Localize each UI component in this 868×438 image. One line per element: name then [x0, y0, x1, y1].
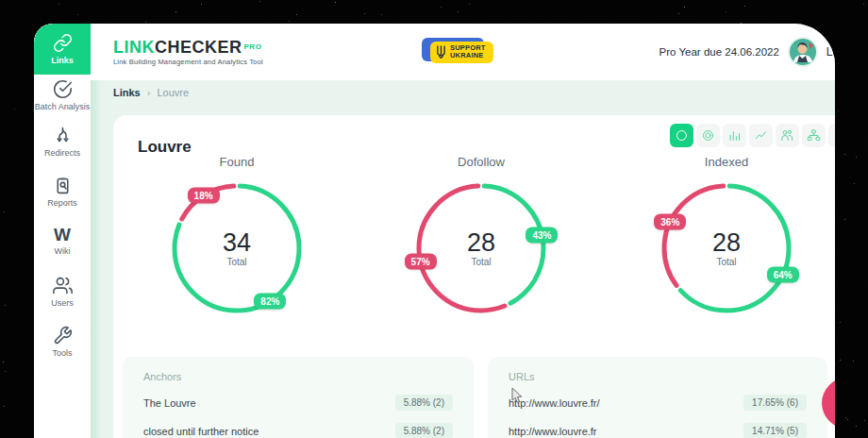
anchors-panel: Anchors The Louvre 5.88% (2) closed unti…	[123, 357, 474, 438]
chart-column-found: Found 34 Total 82%18%	[133, 155, 341, 319]
sidebar-item-label: Tools	[52, 348, 72, 358]
trident-icon	[436, 45, 446, 59]
url-percent-badge: 17.65% (6)	[743, 395, 807, 411]
sidebar-item-label: Users	[51, 298, 74, 308]
users-icon	[53, 276, 73, 295]
chart-column-indexed: Indexed 28 Total 64%36%	[623, 155, 830, 319]
sidebar-item-users[interactable]: Users	[34, 266, 91, 316]
app-window: Links Batch Analysis Redirects Reports W…	[34, 24, 835, 438]
support-ukraine-line2: UKRAINE	[450, 52, 486, 60]
content-area: Links › Louvre Louvre	[91, 80, 835, 438]
user-avatar[interactable]	[788, 37, 818, 67]
sitemap-view-button[interactable]	[802, 124, 826, 147]
top-header: LINKCHECKERPRO Link Building Management …	[91, 24, 835, 80]
sidebar-item-label: Reports	[47, 198, 77, 208]
extra-clipped-icon	[833, 128, 835, 143]
logo-subtitle: Link Building Management and Analytics T…	[113, 58, 359, 66]
segment-badge-found: 82%	[254, 293, 286, 309]
segment-badge-not-indexed: 36%	[654, 213, 686, 229]
donut-center: 28 Total	[410, 177, 552, 319]
main-column: LINKCHECKERPRO Link Building Management …	[91, 24, 835, 438]
donut-chart-indexed[interactable]: 28 Total 64%36%	[656, 177, 797, 319]
sidebar-item-label: Wiki	[55, 246, 71, 256]
total-value: 28	[712, 229, 741, 256]
plan-status: Pro Year due 24.06.2022	[659, 46, 779, 58]
segment-badge-indexed: 64%	[767, 267, 799, 283]
anchor-row[interactable]: closed until further notice 5.88% (2)	[143, 423, 453, 438]
link-icon	[53, 33, 73, 53]
ring-chart-view-button[interactable]	[696, 124, 720, 147]
sidebar-item-reports[interactable]: Reports	[34, 166, 91, 216]
sidebar-item-batch-analysis[interactable]: Batch Analysis	[34, 75, 91, 116]
sidebar-item-wiki[interactable]: W Wiki	[34, 216, 91, 266]
anchor-label: The Louvre	[143, 397, 196, 409]
breadcrumb-links[interactable]: Links	[113, 87, 141, 98]
sidebar-item-label: Batch Analysis	[35, 102, 91, 111]
breadcrumb-current: Louvre	[157, 87, 189, 98]
chart-view-toolbar	[670, 124, 835, 147]
total-label: Total	[226, 257, 246, 267]
sidebar-item-label: Links	[51, 56, 74, 65]
breadcrumb-separator: ›	[147, 87, 151, 98]
check-circle-icon	[53, 79, 73, 99]
header-right: Pro Year due 24.06.2022 LB Team L	[659, 37, 835, 67]
donut-chart-view-button[interactable]	[670, 124, 693, 147]
anchor-row[interactable]: The Louvre 5.88% (2)	[143, 395, 453, 411]
total-value: 28	[467, 229, 495, 256]
breadcrumb: Links › Louvre	[113, 87, 189, 98]
screenshot-stage: Links Batch Analysis Redirects Reports W…	[0, 0, 868, 438]
logo-part-checker: CHECKER	[155, 38, 242, 57]
sidebar-item-tools[interactable]: Tools	[34, 316, 91, 366]
total-label: Total	[471, 257, 491, 267]
logo-part-link: LINK	[113, 38, 155, 57]
anchor-percent-badge: 5.88% (2)	[395, 395, 453, 411]
donut-chart-dofollow[interactable]: 28 Total 43%57%	[410, 177, 552, 319]
wrench-icon	[53, 326, 73, 345]
url-row[interactable]: http://www.louvre.fr/ 17.65% (6)	[509, 395, 807, 411]
sidebar-item-redirects[interactable]: Redirects	[34, 116, 91, 166]
app-logo[interactable]: LINKCHECKERPRO Link Building Management …	[113, 39, 359, 66]
chart-column-dofollow: Dofollow 28 Total 43%57%	[377, 155, 585, 319]
anchors-title: Anchors	[143, 371, 453, 382]
chart-title: Indexed	[623, 155, 830, 169]
sidebar-item-links[interactable]: Links	[34, 24, 91, 75]
support-ukraine-button[interactable]: SUPPORT UKRAINE	[430, 42, 493, 63]
extra-view-button[interactable]	[828, 124, 835, 147]
url-percent-badge: 14.71% (5)	[743, 423, 807, 438]
sitemap-icon	[807, 128, 821, 143]
url-label: http://www.louvre.fr	[509, 426, 597, 437]
url-row[interactable]: http://www.louvre.fr 14.71% (5)	[509, 423, 807, 438]
total-label: Total	[716, 257, 736, 267]
sidebar-item-label: Redirects	[44, 148, 80, 158]
segment-badge-nofollow: 57%	[405, 254, 437, 270]
anchor-label: closed until further notice	[143, 426, 259, 437]
segment-badge-not-found: 18%	[188, 188, 220, 204]
donut-chart-found[interactable]: 34 Total 82%18%	[166, 177, 308, 319]
chart-title: Dofollow	[377, 155, 585, 169]
dashboard-card: Louvre	[113, 115, 835, 438]
bar-chart-view-button[interactable]	[723, 124, 746, 147]
donut-center: 28 Total	[656, 177, 797, 319]
people-stats-icon	[780, 128, 794, 143]
redirect-arrows-icon	[53, 126, 73, 145]
urls-panel: URLs http://www.louvre.fr/ 17.65% (6) ht…	[488, 357, 827, 438]
ring-chart-icon	[701, 128, 715, 143]
people-stats-view-button[interactable]	[776, 124, 799, 147]
url-label: http://www.louvre.fr/	[509, 397, 600, 409]
chart-title: Found	[133, 155, 341, 169]
trend-line-icon	[754, 128, 768, 143]
logo-pro-badge: PRO	[244, 42, 262, 51]
urls-title: URLs	[509, 371, 807, 382]
report-search-icon	[53, 176, 73, 195]
anchor-percent-badge: 5.88% (2)	[395, 423, 453, 438]
donut-chart-icon	[675, 128, 689, 143]
segment-badge-dofollow: 43%	[526, 227, 558, 243]
sidebar: Links Batch Analysis Redirects Reports W…	[34, 24, 91, 438]
bar-chart-icon	[727, 128, 742, 143]
w-letter-icon: W	[54, 227, 71, 244]
trend-chart-view-button[interactable]	[749, 124, 773, 147]
total-value: 34	[223, 229, 251, 256]
